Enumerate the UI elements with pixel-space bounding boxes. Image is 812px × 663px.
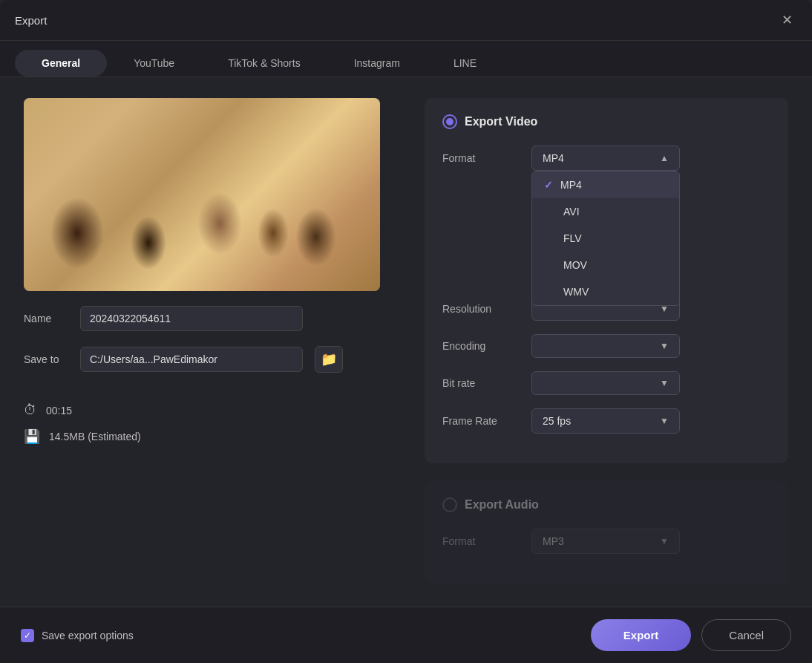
format-field-wrap: MP4 ▲ ✓ MP4 AVI bbox=[531, 146, 680, 171]
tabs-bar: General YouTube TikTok & Shorts Instagra… bbox=[0, 41, 812, 77]
video-preview bbox=[24, 98, 380, 291]
title-bar: Export ✕ bbox=[0, 0, 812, 41]
export-audio-section: Export Audio Format MP3 ▼ bbox=[425, 481, 788, 584]
audio-format-select[interactable]: MP3 ▼ bbox=[531, 529, 680, 554]
format-select[interactable]: MP4 ▲ bbox=[531, 146, 680, 171]
export-dialog: Export ✕ General YouTube TikTok & Shorts… bbox=[0, 0, 812, 663]
storage-icon: 💾 bbox=[24, 428, 40, 445]
frame-rate-value: 25 fps bbox=[543, 415, 571, 427]
format-option-flv-label: FLV bbox=[563, 232, 582, 244]
tab-youtube[interactable]: YouTube bbox=[107, 50, 201, 76]
chevron-up-icon: ▲ bbox=[660, 153, 669, 163]
audio-format-row: Format MP3 ▼ bbox=[442, 529, 770, 554]
export-video-title: Export Video bbox=[465, 115, 537, 128]
format-option-wmv-label: WMV bbox=[563, 286, 589, 298]
name-input[interactable] bbox=[80, 306, 303, 331]
save-to-label: Save to bbox=[24, 353, 68, 365]
export-video-header: Export Video bbox=[442, 114, 770, 129]
cancel-button[interactable]: Cancel bbox=[701, 619, 791, 651]
audio-format-label: Format bbox=[442, 535, 531, 547]
info-section: ⏱ 00:15 💾 14.5MB (Estimated) bbox=[24, 402, 395, 445]
format-option-mov[interactable]: MOV bbox=[532, 252, 679, 278]
content-area: Name Save to 📁 ⏱ 00:15 💾 14.5MB (Estimat… bbox=[0, 77, 812, 607]
check-icon: ✓ bbox=[544, 179, 553, 191]
size-text: 14.5MB (Estimated) bbox=[49, 431, 141, 442]
audio-format-value: MP3 bbox=[543, 535, 564, 547]
bit-rate-chevron-icon: ▼ bbox=[660, 378, 669, 388]
format-option-mov-label: MOV bbox=[563, 259, 587, 271]
folder-button[interactable]: 📁 bbox=[315, 346, 343, 373]
audio-format-chevron-icon: ▼ bbox=[660, 536, 669, 546]
export-button[interactable]: Export bbox=[591, 619, 692, 651]
save-options-label: Save export options bbox=[42, 630, 134, 641]
duration-text: 00:15 bbox=[46, 405, 72, 417]
save-options-checkbox[interactable]: ✓ bbox=[21, 629, 34, 642]
left-panel: Name Save to 📁 ⏱ 00:15 💾 14.5MB (Estimat… bbox=[24, 98, 395, 586]
name-label: Name bbox=[24, 313, 68, 324]
resolution-label: Resolution bbox=[442, 303, 531, 315]
format-option-mp4-label: MP4 bbox=[560, 179, 582, 191]
video-thumbnail bbox=[24, 98, 380, 291]
bit-rate-label: Bit rate bbox=[442, 377, 531, 389]
export-video-section: Export Video Format MP4 ▲ ✓ bbox=[425, 98, 788, 463]
encoding-chevron-icon: ▼ bbox=[660, 341, 669, 351]
tab-line[interactable]: LINE bbox=[427, 50, 503, 76]
format-dropdown: ✓ MP4 AVI FLV bbox=[531, 171, 680, 306]
encoding-label: Encoding bbox=[442, 340, 531, 352]
format-option-avi-label: AVI bbox=[563, 206, 580, 218]
bit-rate-select[interactable]: ▼ bbox=[531, 371, 680, 395]
save-options-row: ✓ Save export options bbox=[21, 629, 134, 642]
format-option-flv[interactable]: FLV bbox=[532, 225, 679, 252]
format-value: MP4 bbox=[543, 152, 564, 164]
close-button[interactable]: ✕ bbox=[777, 10, 797, 30]
duration-row: ⏱ 00:15 bbox=[24, 402, 395, 418]
frame-rate-label: Frame Rate bbox=[442, 415, 531, 427]
frame-rate-chevron-icon: ▼ bbox=[660, 416, 669, 426]
frame-rate-select[interactable]: 25 fps ▼ bbox=[531, 408, 680, 434]
size-row: 💾 14.5MB (Estimated) bbox=[24, 428, 395, 445]
save-to-row: Save to 📁 bbox=[24, 346, 395, 373]
dialog-title: Export bbox=[15, 14, 47, 27]
format-option-avi[interactable]: AVI bbox=[532, 198, 679, 225]
export-audio-radio[interactable] bbox=[442, 497, 457, 512]
export-video-radio[interactable] bbox=[442, 114, 457, 129]
tab-instagram[interactable]: Instagram bbox=[327, 50, 427, 76]
folder-icon: 📁 bbox=[321, 351, 337, 368]
bottom-actions: Export Cancel bbox=[591, 619, 791, 651]
format-option-wmv[interactable]: WMV bbox=[532, 278, 679, 305]
encoding-row: Encoding ▼ bbox=[442, 334, 770, 358]
format-row: Format MP4 ▲ ✓ MP4 bbox=[442, 146, 770, 171]
format-option-mp4[interactable]: ✓ MP4 bbox=[532, 172, 679, 198]
frame-rate-row: Frame Rate 25 fps ▼ bbox=[442, 408, 770, 434]
bottom-bar: ✓ Save export options Export Cancel bbox=[0, 607, 812, 663]
right-panel: Export Video Format MP4 ▲ ✓ bbox=[425, 98, 788, 586]
encoding-select[interactable]: ▼ bbox=[531, 334, 680, 358]
tab-tiktok[interactable]: TikTok & Shorts bbox=[201, 50, 327, 76]
bit-rate-row: Bit rate ▼ bbox=[442, 371, 770, 395]
save-to-input[interactable] bbox=[80, 347, 303, 372]
format-label: Format bbox=[442, 152, 531, 164]
export-audio-title: Export Audio bbox=[465, 498, 539, 512]
tab-general[interactable]: General bbox=[15, 50, 107, 76]
clock-icon: ⏱ bbox=[24, 402, 37, 418]
export-audio-header: Export Audio bbox=[442, 497, 770, 512]
name-row: Name bbox=[24, 306, 395, 331]
